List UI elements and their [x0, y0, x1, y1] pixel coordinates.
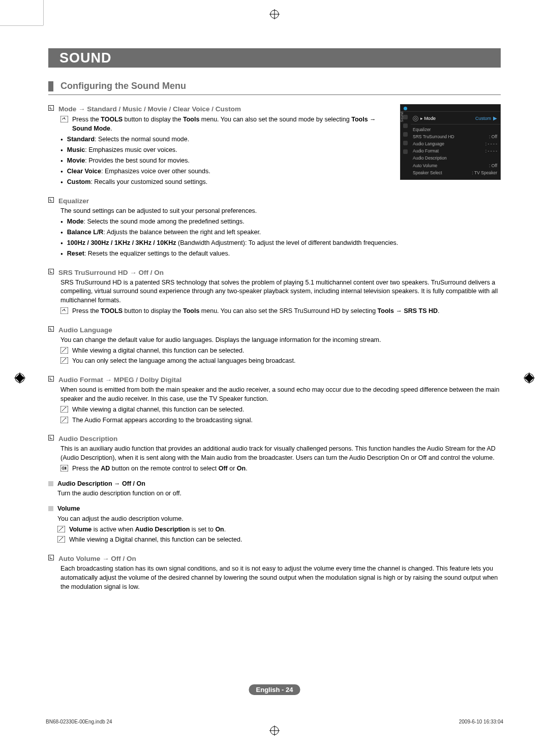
body-text: This is an auxiliary audio function that… — [60, 445, 501, 463]
tools-icon — [60, 116, 68, 122]
section-title: Audio Description — [58, 434, 117, 444]
note-icon — [60, 417, 68, 423]
crop-line-v — [43, 0, 44, 25]
section-bullet-icon — [48, 555, 54, 560]
page-footer-left: BN68-02330E-00Eng.indb 24 — [46, 719, 112, 724]
print-registration-top-icon — [269, 9, 280, 19]
page-footer-center: English - 24 — [249, 684, 300, 695]
svg-rect-15 — [60, 357, 68, 364]
body-text: While viewing a digital channel, this fu… — [72, 346, 244, 356]
body-text: You can change the default value for aud… — [60, 336, 501, 345]
subsection-bullet-icon — [48, 481, 53, 486]
section-bullet-icon — [48, 435, 54, 440]
body-text: Press the AD button on the remote contro… — [72, 464, 248, 474]
section-audio-description: Audio Description This is an auxiliary a… — [48, 434, 501, 545]
note-icon — [60, 347, 68, 354]
remote-button-icon — [60, 465, 68, 471]
svg-rect-13 — [60, 307, 68, 314]
body-text: Turn the audio description function on o… — [57, 489, 501, 498]
body-text: While viewing a Digital channel, this fu… — [69, 536, 242, 545]
print-registration-left-icon — [14, 372, 25, 384]
subsection-title: Volume — [57, 505, 80, 514]
section-audio-language: Audio Language You can change the defaul… — [48, 325, 501, 366]
body-text: When sound is emitted from both the main… — [60, 386, 501, 404]
subsection-volume: Volume You can adjust the audio descript… — [48, 505, 501, 545]
svg-point-20 — [63, 468, 64, 469]
note-icon — [57, 536, 65, 543]
body-text: While viewing a digital channel, this fu… — [72, 405, 244, 415]
list-item: Standard: Selects the normal sound mode. — [60, 135, 394, 144]
print-registration-bottom-icon — [269, 726, 280, 736]
note-icon — [60, 406, 68, 413]
section-equalizer: Equalizer The sound settings can be adju… — [48, 196, 501, 259]
tools-icon — [60, 307, 68, 314]
section-auto-volume: Auto Volume → Off / On Each broadcasting… — [48, 554, 501, 591]
section-title: SRS TruSurround HD → Off / On — [58, 268, 164, 277]
section-title: Auto Volume → Off / On — [58, 554, 136, 563]
crop-line-h — [0, 25, 43, 26]
section-mode: Mode → Standard / Music / Movie / Clear … — [48, 104, 501, 187]
svg-rect-21 — [65, 467, 66, 470]
divider — [48, 94, 501, 95]
list-item: 100Hz / 300Hz / 1KHz / 3KHz / 10KHz (Ban… — [60, 239, 501, 248]
section-title: Audio Language — [58, 325, 112, 335]
body-text: Each broadcasting station has its own si… — [60, 564, 501, 591]
body-text: Volume is active when Audio Description … — [69, 525, 226, 534]
list-item: Music: Emphasizes music over voices. — [60, 146, 394, 155]
list-item: Reset: Resets the equalizer settings to … — [60, 249, 501, 259]
svg-rect-14 — [60, 347, 68, 354]
svg-rect-22 — [57, 526, 65, 532]
list-item: Mode: Selects the sound mode among the p… — [60, 217, 501, 227]
note-icon — [60, 357, 68, 364]
svg-rect-16 — [60, 406, 68, 413]
body-text: Press the TOOLS button to display the To… — [72, 307, 440, 316]
section-bullet-icon — [48, 197, 54, 203]
section-banner: SOUND — [48, 48, 501, 68]
svg-rect-17 — [60, 417, 68, 423]
section-bullet-icon — [48, 269, 54, 274]
section-bullet-icon — [48, 105, 54, 111]
subsection-bullet-icon — [48, 506, 53, 511]
list-item: Custom: Recalls your customized sound se… — [60, 178, 394, 187]
body-text: The Audio Format appears according to th… — [72, 416, 253, 425]
svg-rect-23 — [57, 536, 65, 543]
subsection-ad-on-off: Audio Description → Off / On Turn the au… — [48, 480, 501, 499]
note-icon — [57, 526, 65, 532]
section-title: Audio Format → MPEG / Dolby Digital — [58, 375, 181, 385]
section-audio-format: Audio Format → MPEG / Dolby Digital When… — [48, 375, 501, 425]
page-footer-right: 2009-6-10 16:33:04 — [459, 719, 503, 724]
body-text: You can adjust the audio description vol… — [57, 515, 501, 524]
section-srs: SRS TruSurround HD → Off / On SRS TruSur… — [48, 268, 501, 316]
subheading: Configuring the Sound Menu — [60, 81, 186, 91]
print-registration-right-icon — [524, 372, 535, 384]
section-bullet-icon — [48, 376, 54, 382]
body-text: The sound settings can be adjusted to su… — [60, 207, 501, 216]
section-title: Mode → Standard / Music / Movie / Clear … — [58, 104, 241, 114]
section-title: Equalizer — [58, 196, 89, 206]
body-text: SRS TruSurround HD is a patented SRS tec… — [60, 278, 501, 305]
body-text: You can only select the language among t… — [72, 357, 295, 366]
section-bullet-icon — [48, 326, 54, 332]
svg-rect-18 — [60, 465, 68, 471]
list-item: Movie: Provides the best sound for movie… — [60, 156, 394, 166]
subsection-title: Audio Description → Off / On — [57, 480, 145, 489]
list-item: Balance L/R: Adjusts the balance between… — [60, 228, 501, 237]
list-item: Clear Voice: Emphasizes voice over other… — [60, 167, 394, 176]
svg-rect-12 — [60, 116, 68, 122]
body-text: Press the TOOLS button to display the To… — [72, 115, 394, 134]
subhead-bar-icon — [48, 81, 53, 91]
